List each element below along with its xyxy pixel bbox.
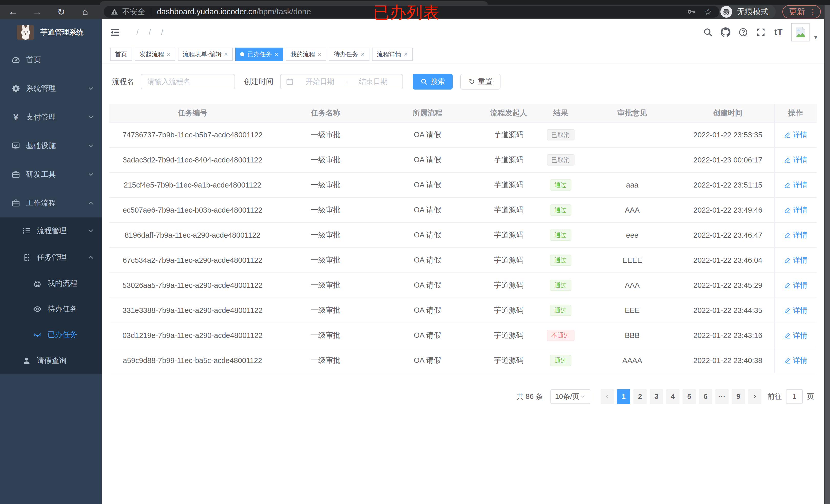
prev-page-button[interactable]	[601, 389, 614, 404]
page-button[interactable]: 9	[732, 389, 745, 404]
home-icon[interactable]: ⌂	[79, 5, 91, 19]
sidebar-item-infra[interactable]: 基础设施	[0, 132, 102, 160]
detail-link[interactable]: 详情	[784, 356, 807, 365]
tab-start-process[interactable]: 发起流程 ×	[135, 47, 175, 61]
cell-comment: AAA	[583, 198, 681, 222]
sidebar-item-todo-tasks[interactable]: 待办任务	[0, 296, 102, 322]
help-icon[interactable]	[738, 27, 748, 37]
detail-link[interactable]: 详情	[784, 280, 807, 290]
date-range-input[interactable]: 开始日期 - 结束日期	[280, 74, 403, 89]
close-icon[interactable]: ×	[275, 51, 278, 58]
cell-comment: eee	[583, 223, 681, 247]
page-size-select[interactable]: 10条/页	[550, 389, 590, 404]
total-count: 共 86 条	[516, 392, 543, 401]
chevron-down-icon	[87, 227, 94, 234]
reset-button[interactable]: ↻ 重置	[460, 74, 501, 90]
sidebar-item-task-mgmt[interactable]: 任务管理	[0, 244, 102, 271]
page-button[interactable]: 6	[699, 389, 712, 404]
key-icon[interactable]	[687, 7, 696, 16]
search-button[interactable]: 搜索	[413, 74, 453, 90]
cell-starter: 芋道源码	[479, 273, 538, 298]
window-scrollbar[interactable]	[824, 5, 830, 504]
collapse-sidebar-icon[interactable]	[109, 27, 121, 38]
next-page-button[interactable]	[748, 389, 761, 404]
more-pages-button[interactable]: ···	[715, 389, 729, 404]
tab-form-editor[interactable]: 流程表单-编辑 ×	[178, 47, 233, 61]
reload-icon[interactable]: ↻	[55, 5, 67, 19]
org-tree-icon	[22, 253, 31, 262]
chevron-down-icon	[580, 394, 586, 400]
robot-icon	[33, 279, 42, 288]
detail-link[interactable]: 详情	[784, 255, 807, 265]
browser-menu-icon[interactable]: ⋮	[809, 7, 817, 16]
font-size-icon[interactable]: tT	[773, 27, 784, 37]
process-name-input[interactable]	[141, 74, 235, 89]
tab-home[interactable]: 首页	[110, 47, 132, 61]
cell-process: OA 请假	[376, 248, 479, 272]
page-button[interactable]: 4	[666, 389, 679, 404]
page-button[interactable]: 5	[682, 389, 696, 404]
bookmark-star-icon[interactable]: ☆	[704, 7, 713, 16]
flow-list-icon	[22, 226, 31, 235]
chevron-down-icon	[87, 171, 94, 178]
cell-comment: EEEE	[583, 248, 681, 272]
sidebar-item-payment[interactable]: ¥ 支付管理	[0, 103, 102, 132]
search-icon[interactable]	[703, 27, 713, 37]
close-icon[interactable]: ×	[224, 51, 228, 58]
cell-task-id: a59c9d88-7b99-11ec-ba5c-acde48001122	[109, 348, 276, 373]
sidebar-item-done-tasks[interactable]: 已办任务	[0, 322, 102, 347]
detail-link[interactable]: 详情	[784, 331, 807, 340]
end-date-placeholder: 结束日期	[349, 77, 397, 87]
close-icon[interactable]: ×	[361, 51, 364, 58]
tags-bar: 首页 发起流程 × 流程表单-编辑 × 已办任务 × 我的流程 × 待办任务 ×…	[102, 45, 824, 63]
tab-my-process[interactable]: 我的流程 ×	[286, 47, 326, 61]
detail-link[interactable]: 详情	[784, 130, 807, 140]
sidebar-item-leave-query[interactable]: 请假查询	[0, 347, 102, 374]
tab-todo-tasks[interactable]: 待办任务 ×	[329, 47, 370, 61]
tab-done-tasks[interactable]: 已办任务 ×	[235, 47, 283, 61]
close-icon[interactable]: ×	[318, 51, 322, 58]
cell-starter: 芋道源码	[479, 198, 538, 222]
sidebar-item-my-process[interactable]: 我的流程	[0, 271, 102, 296]
page-button[interactable]: 2	[633, 389, 647, 404]
close-icon[interactable]: ×	[404, 51, 408, 58]
page-button[interactable]: 1	[617, 389, 630, 404]
detail-link[interactable]: 详情	[784, 305, 807, 315]
goto-label: 前往	[768, 392, 782, 401]
cell-process: OA 请假	[376, 123, 479, 147]
close-icon[interactable]: ×	[167, 51, 170, 58]
avatar[interactable]	[791, 23, 809, 41]
detail-link[interactable]: 详情	[784, 155, 807, 165]
chevron-up-icon	[87, 200, 94, 207]
app-logo[interactable]: 芋道管理系统	[0, 19, 102, 45]
page-button[interactable]: 3	[650, 389, 663, 404]
cell-task-name: 一级审批	[276, 123, 376, 147]
avatar-caret-icon[interactable]: ▼	[813, 35, 818, 40]
cell-process: OA 请假	[376, 323, 479, 348]
edit-icon	[784, 132, 791, 138]
back-icon[interactable]: ←	[7, 5, 19, 19]
top-navbar: /// tT ▼	[102, 19, 824, 45]
column-header: 所属流程	[376, 104, 479, 122]
table-row: 215cf4e5-7b9b-11ec-9a1b-acde48001122 一级审…	[109, 173, 817, 198]
goto-page-input[interactable]	[786, 389, 803, 404]
browser-update-button[interactable]: 更新 ⋮	[783, 5, 821, 19]
forward-icon[interactable]: →	[31, 5, 43, 19]
sidebar-item-process-mgmt[interactable]: 流程管理	[0, 217, 102, 244]
detail-link[interactable]: 详情	[784, 180, 807, 190]
tab-process-detail[interactable]: 流程详情 ×	[372, 47, 413, 61]
sidebar-menu: 首页 系统管理 ¥ 支付管理 基础设施 研发工具 工作流程 流程管理 任务管理 …	[0, 45, 102, 374]
detail-link[interactable]: 详情	[784, 205, 807, 215]
chevron-up-icon	[87, 254, 94, 261]
table-row: 03d1219e-7b9a-11ec-a290-acde48001122 一级审…	[109, 323, 817, 348]
monitor-icon	[11, 141, 21, 150]
sidebar-item-workflow[interactable]: 工作流程	[0, 189, 102, 217]
cell-comment	[583, 123, 681, 147]
github-icon[interactable]	[721, 27, 731, 37]
sidebar-item-devtools[interactable]: 研发工具	[0, 160, 102, 189]
fullscreen-icon[interactable]	[756, 27, 766, 37]
sidebar-item-home[interactable]: 首页	[0, 45, 102, 74]
sidebar-item-system[interactable]: 系统管理	[0, 74, 102, 103]
result-badge: 通过	[550, 179, 571, 191]
detail-link[interactable]: 详情	[784, 230, 807, 240]
